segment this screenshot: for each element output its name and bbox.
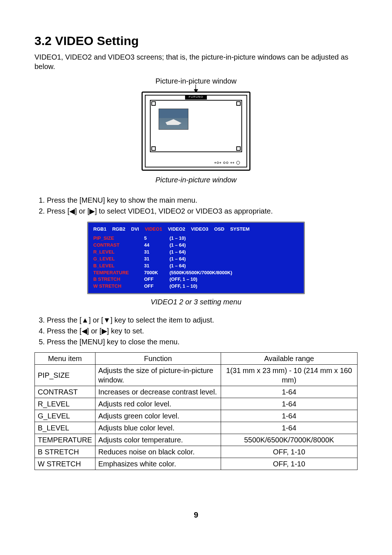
table-cell-item: G_LEVEL [35,410,95,422]
table-cell-func: Adjusts blue color level. [95,422,221,434]
osd-item-name: CONTRAST [93,242,144,248]
table-cell-func: Adjusts the size of picture-in-picture w… [95,365,221,386]
osd-tab-dvi: DVI [131,226,139,232]
osd-item-name: B STRETCH [93,276,144,283]
intro-text: VIDEO1, VIDEO2 and VIDEO3 screens; that … [34,52,358,71]
table-row: B STRETCH Reduces noise on black color. … [35,446,358,458]
monitor-outer: FURUNO [142,92,250,171]
osd-tab-rgb2: RGB2 [112,226,125,232]
osd-item-name: PIP_SIZE [93,235,144,242]
steps-list-a: Press the [MENU] key to show the main me… [34,195,358,216]
pip-figure: FURUNO [142,92,250,171]
screen-corner-icon [236,146,241,151]
osd-item-range: (1 – 64) [170,256,299,262]
table-row: CONTRAST Increases or decrease contrast … [35,386,358,398]
osd-tab-video3: VIDEO3 [191,226,208,232]
screen-corner-icon [151,101,156,106]
table-cell-func: Adjusts red color level. [95,398,221,410]
osd-item-value: 31 [144,249,170,255]
table-cell-range: 1-64 [221,422,357,434]
table-cell-item: PIP_SIZE [35,365,95,386]
table-cell-item: TEMPERATURE [35,434,95,446]
table-cell-range: OFF, 1-10 [221,458,357,470]
osd-item-value: OFF [144,276,170,283]
table-cell-range: 5500K/6500K/7000K/8000K [221,434,357,446]
monitor-inner: FURUNO [145,95,247,167]
screen-corner-icon [236,101,241,106]
screen-corner-icon [151,146,156,151]
osd-item-name: W STRETCH [93,283,144,289]
osd-tab-video2: VIDEO2 [168,226,185,232]
table-cell-range: 1(31 mm x 23 mm) - 10 (214 mm x 160 mm) [221,365,357,386]
pip-caption: Picture-in-picture window [34,175,358,185]
list-item: Press the [MENU] key to close the menu. [47,337,358,347]
osd-item-value: 31 [144,263,170,269]
osd-item-value: 44 [144,242,170,248]
osd-item-name: TEMPERATURE [93,270,144,276]
osd-tab-system: SYSTEM [230,226,249,232]
osd-tab-rgb1: RGB1 [93,226,106,232]
osd-item-value: 7000K [144,270,170,276]
table-cell-func: Adjusts green color level. [95,410,221,422]
table-row: G_LEVEL Adjusts green color level. 1-64 [35,410,358,422]
osd-item-range: (1 – 64) [170,263,299,269]
table-row: B_LEVEL Adjusts blue color level. 1-64 [35,422,358,434]
table-header: Menu item [35,353,95,365]
table-cell-func: Reduces noise on black color. [95,446,221,458]
page-number: 9 [34,510,358,520]
table-header-row: Menu item Function Available range [35,353,358,365]
monitor-controls [215,161,240,165]
list-item: Press [◀] or [▶] to select VIDEO1, VIDEO… [47,206,358,216]
osd-item-name: B_LEVEL [93,263,144,269]
table-row: W STRETCH Emphasizes white color. OFF, 1… [35,458,358,470]
table-cell-range: 1-64 [221,386,357,398]
table-header: Available range [221,353,357,365]
list-item: Press the [MENU] key to show the main me… [47,195,358,205]
table-row: PIP_SIZE Adjusts the size of picture-in-… [35,365,358,386]
settings-table: Menu item Function Available range PIP_S… [34,352,358,470]
table-row: R_LEVEL Adjusts red color level. 1-64 [35,398,358,410]
table-cell-item: CONTRAST [35,386,95,398]
steps-list-b: Press the [▲] or [▼] key to select the i… [34,315,358,347]
osd-item-value: OFF [144,283,170,289]
osd-menu: RGB1 RGB2 DVI VIDEO1 VIDEO2 VIDEO3 OSD S… [87,222,305,294]
osd-item-range: (5500K/6500K/7000K/8000K) [170,270,299,276]
table-cell-item: R_LEVEL [35,398,95,410]
osd-tab-osd: OSD [214,226,224,232]
table-cell-range: OFF, 1-10 [221,446,357,458]
osd-tab-video1: VIDEO1 [145,226,162,232]
list-item: Press the [◀] or [▶] key to set. [47,326,358,336]
osd-item-value: 5 [144,235,170,242]
osd-item-range: (1 – 64) [170,249,299,255]
power-button-icon [236,161,240,165]
section-heading: 3.2 VIDEO Setting [34,33,358,49]
table-cell-range: 1-64 [221,410,357,422]
pip-thumbnail [159,109,188,130]
osd-rows: PIP_SIZE 5 (1 – 10) CONTRAST 44 (1 – 64)… [93,235,299,289]
table-cell-func: Increases or decrease contrast level. [95,386,221,398]
osd-tabs: RGB1 RGB2 DVI VIDEO1 VIDEO2 VIDEO3 OSD S… [93,226,299,232]
monitor-brand: FURUNO [185,95,207,99]
monitor-screen [150,100,242,152]
table-cell-func: Adjusts color temperature. [95,434,221,446]
osd-item-name: G_LEVEL [93,256,144,262]
table-cell-range: 1-64 [221,398,357,410]
table-cell-item: B STRETCH [35,446,95,458]
boat-icon [166,118,181,125]
table-row: TEMPERATURE Adjusts color temperature. 5… [35,434,358,446]
osd-caption: VIDEO1 2 or 3 setting menu [34,297,358,307]
list-item: Press the [▲] or [▼] key to select the i… [47,315,358,325]
osd-item-range: (OFF, 1 – 10) [170,283,299,289]
osd-item-range: (1 – 10) [170,235,299,242]
table-header: Function [95,353,221,365]
osd-item-range: (1 – 64) [170,242,299,248]
table-cell-item: B_LEVEL [35,422,95,434]
osd-item-range: (OFF, 1 – 10) [170,276,299,283]
table-cell-item: W STRETCH [35,458,95,470]
table-cell-func: Emphasizes white color. [95,458,221,470]
osd-item-value: 31 [144,256,170,262]
osd-item-name: R_LEVEL [93,249,144,255]
